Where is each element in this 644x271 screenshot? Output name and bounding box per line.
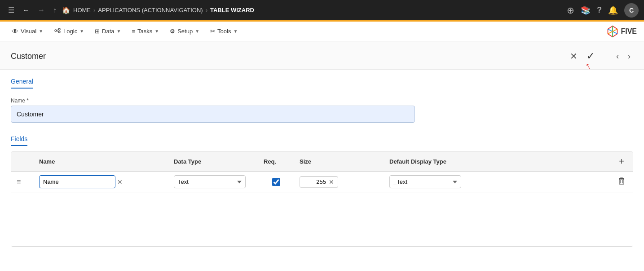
up-button[interactable]: ↑ [50,4,59,16]
prev-button[interactable]: ‹ [613,50,622,63]
tasks-arrow: ▼ [154,29,159,34]
menu-icon: ☰ [8,6,14,14]
col-req: Req. [258,152,294,171]
forward-button[interactable]: → [35,4,48,16]
page-title: Customer [11,52,46,61]
fields-label: Fields [11,132,27,146]
tasks-icon: ≡ [132,28,135,35]
displaytype-select[interactable]: _Text _Number _Date [389,175,461,188]
cell-delete [610,172,633,192]
breadcrumb-apps[interactable]: APPLICATIONS (ACTIONNAVIGATION) [98,7,203,13]
menu-setup[interactable]: ⚙ Setup ▼ [165,25,204,37]
cell-size: ✕ [294,173,384,191]
next-button[interactable]: › [625,50,633,63]
breadcrumb-home[interactable]: HOME [73,7,91,13]
bell-icon[interactable]: 🔔 [608,5,618,15]
nav-right: ⊕ 📚 ? 🔔 C [567,3,639,18]
fields-table: Name Data Type Req. Size Default Display… [11,151,633,247]
top-nav: ☰ ← → ↑ 🏠 HOME › APPLICATIONS (ACTIONNAV… [0,0,644,22]
svg-point-2 [58,31,60,33]
data-label: Data [102,28,114,35]
col-drag [11,152,34,171]
menu-visual[interactable]: 👁 Visual ▼ [7,25,48,38]
svg-point-0 [55,30,57,31]
svg-line-3 [57,30,58,31]
menu-items: 👁 Visual ▼ Logic ▼ ⊞ Data ▼ ≡ [7,24,242,38]
name-input[interactable] [11,106,415,123]
visual-arrow: ▼ [39,29,43,34]
forward-icon: → [38,6,45,14]
col-add: + [610,152,633,171]
page-header: Customer ✕ ✓ ↑ ‹ › [0,41,644,70]
size-clear-button[interactable]: ✕ [329,178,334,186]
svg-line-4 [57,31,58,32]
cell-req [258,174,294,190]
req-checkbox[interactable] [272,178,280,186]
svg-point-1 [58,28,60,30]
five-text: FIVE [621,27,637,36]
col-size: Size [294,152,384,171]
breadcrumb: 🏠 HOME › APPLICATIONS (ACTIONNAVIGATION)… [62,6,254,14]
field-name-input[interactable] [39,175,115,188]
logic-icon [54,27,61,36]
table-row: ≡ ✕ Text Integer Decimal Boolean Date [11,172,633,192]
menu-tools[interactable]: ✂ Tools ▼ [206,25,242,37]
tabs-section: General [0,70,644,89]
five-logo: FIVE [606,25,637,38]
datatype-select[interactable]: Text Integer Decimal Boolean Date [174,175,246,188]
visual-label: Visual [21,28,36,35]
home-icon: 🏠 [62,6,71,14]
tools-icon: ✂ [210,28,215,35]
visual-icon: 👁 [12,27,18,35]
size-input[interactable] [304,178,326,185]
cell-datatype: Text Integer Decimal Boolean Date [168,172,258,192]
help-icon[interactable]: ? [597,5,602,15]
name-form-group: Name * [11,98,415,123]
table-header: Name Data Type Req. Size Default Display… [11,152,633,172]
field-name-clear-button[interactable]: ✕ [117,178,123,186]
nav-left: ☰ ← → ↑ 🏠 HOME › APPLICATIONS (ACTIONNAV… [5,4,563,16]
drag-handle[interactable]: ≡ [17,178,21,186]
cell-drag: ≡ [11,174,34,190]
data-icon: ⊞ [95,28,100,35]
five-logo-icon [606,25,619,38]
menu-data[interactable]: ⊞ Data ▼ [90,25,125,37]
empty-rows [11,192,633,246]
cloud-icon[interactable]: ⊕ [567,5,574,16]
data-arrow: ▼ [117,29,121,34]
svg-rect-11 [619,179,624,184]
logic-arrow: ▼ [79,29,84,34]
breadcrumb-current: TABLE WIZARD [210,7,254,13]
menu-bar: 👁 Visual ▼ Logic ▼ ⊞ Data ▼ ≡ [0,22,644,41]
size-input-wrapper: ✕ [300,176,338,188]
setup-label: Setup [177,28,193,35]
col-displaytype: Default Display Type [384,152,610,171]
back-button[interactable]: ← [20,4,32,16]
menu-button[interactable]: ☰ [5,4,17,16]
col-name: Name [34,152,168,171]
add-field-button[interactable]: + [619,156,624,167]
menu-tasks[interactable]: ≡ Tasks ▼ [127,25,163,37]
tasks-label: Tasks [137,28,152,35]
close-button[interactable]: ✕ [567,49,580,63]
tab-general[interactable]: General [11,75,33,89]
delete-row-button[interactable] [616,176,627,188]
col-datatype: Data Type [168,152,258,171]
back-icon: ← [22,6,30,14]
svg-rect-10 [620,178,623,178]
cell-name: ✕ [34,172,168,192]
check-button[interactable]: ✓ [584,49,597,64]
avatar[interactable]: C [624,3,639,18]
breadcrumb-sep-2: › [206,7,207,13]
main-content: Customer ✕ ✓ ↑ ‹ › General Name * Fields [0,41,644,271]
header-actions: ✕ ✓ ↑ ‹ › [567,49,633,64]
setup-arrow: ▼ [195,29,199,34]
books-icon[interactable]: 📚 [581,5,591,15]
menu-logic[interactable]: Logic ▼ [49,24,88,38]
up-icon: ↑ [53,6,57,14]
tools-arrow: ▼ [233,29,238,34]
name-label: Name * [11,98,415,104]
table-body: ≡ ✕ Text Integer Decimal Boolean Date [11,172,633,246]
check-container: ✓ ↑ [584,49,597,64]
form-section: Name * [0,89,644,132]
